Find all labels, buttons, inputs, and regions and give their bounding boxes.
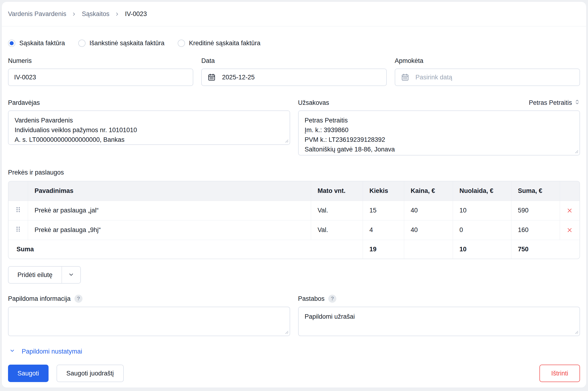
totals-sum: 750: [511, 240, 580, 259]
add-row-button[interactable]: Pridėti eilutę: [8, 267, 62, 283]
notes-row: Papildoma informacija ? Pastabos ? Papil…: [8, 294, 580, 336]
add-row-dropdown-button[interactable]: [62, 267, 80, 283]
radio-unselected-icon: [178, 40, 185, 47]
pardavejas-textarea[interactable]: Vardenis Pavardenis Individualios veiklo…: [8, 110, 290, 145]
pavadinimas-header: Pavadinimas: [28, 181, 311, 201]
apmoketa-label: Apmokėta: [395, 57, 580, 65]
radio-kreditine-saskaita[interactable]: Kreditinė sąskaita faktūra: [178, 40, 260, 47]
item-qty-cell[interactable]: 4: [363, 220, 404, 240]
handle-column-header: [8, 181, 28, 201]
resize-handle-icon[interactable]: [574, 149, 579, 154]
item-price-cell[interactable]: 40: [404, 201, 453, 220]
papildomi-nustatymai-label: Papildomi nustatymai: [22, 348, 82, 355]
chevron-up-down-icon: [574, 99, 580, 106]
item-price-cell[interactable]: 40: [404, 220, 453, 240]
radio-label: Kreditinė sąskaita faktūra: [189, 40, 260, 47]
item-name-cell[interactable]: Prekė ar paslauga „9hj“: [28, 220, 311, 240]
uzsakovas-group: Užsakovas Petras Petraitis Petras Petrai…: [298, 99, 580, 155]
items-section-label: Prekės ir paslaugos: [8, 168, 580, 177]
resize-handle-icon[interactable]: [574, 330, 579, 334]
istrinti-button[interactable]: Ištrinti: [539, 365, 580, 382]
table-header-row: Pavadinimas Mato vnt. Kiekis Kaina, € Nu…: [8, 181, 580, 201]
radio-selected-icon: [8, 40, 15, 47]
calendar-icon: [401, 73, 409, 82]
delete-column-header: [560, 181, 580, 201]
chevron-down-icon: [9, 348, 15, 355]
top-fields-row: Numeris Data Apmokėt: [8, 57, 580, 86]
saugoti-button[interactable]: Saugoti: [8, 365, 49, 382]
form-content: Sąskaita faktūra Išankstinė sąskaita fak…: [2, 40, 586, 382]
calendar-icon: [207, 73, 216, 82]
row-delete-cell: [560, 220, 580, 240]
numeris-label: Numeris: [8, 57, 193, 65]
apmoketa-input-box: [395, 69, 580, 86]
numeris-input-box: [8, 69, 193, 86]
resize-handle-icon[interactable]: [284, 330, 289, 334]
suma-header: Suma, €: [511, 181, 560, 201]
table-row: Prekė ar paslauga „jal“ Val. 15 40 10 59…: [8, 201, 580, 220]
apmoketa-field-group: Apmokėta: [395, 57, 580, 86]
radio-isankstine-saskaita[interactable]: Išankstinė sąskaita faktūra: [78, 40, 164, 47]
chevron-down-icon: [68, 272, 74, 278]
item-discount-cell[interactable]: 0: [453, 220, 511, 240]
chevron-right-icon: [71, 11, 77, 17]
kaina-header: Kaina, €: [404, 181, 453, 201]
item-name-cell[interactable]: Prekė ar paslauga „jal“: [28, 201, 311, 220]
client-selector[interactable]: Petras Petraitis: [529, 99, 580, 106]
totals-price: [404, 240, 453, 259]
item-qty-cell[interactable]: 15: [363, 201, 404, 220]
item-unit-cell[interactable]: Val.: [311, 201, 363, 220]
item-total-cell[interactable]: 160: [511, 220, 560, 240]
actions-row: Saugoti Saugoti juodraštį Ištrinti: [8, 365, 580, 382]
help-icon[interactable]: ?: [75, 295, 83, 303]
item-unit-cell[interactable]: Val.: [311, 220, 363, 240]
data-date-input[interactable]: [222, 74, 380, 81]
pastabos-textarea[interactable]: Papildomi užrašai: [298, 307, 580, 336]
data-label: Data: [201, 57, 386, 65]
resize-handle-icon[interactable]: [284, 139, 289, 143]
delete-row-button[interactable]: [564, 205, 575, 216]
papildoma-informacija-group: Papildoma informacija ?: [8, 294, 290, 336]
breadcrumb: Vardenis Pavardenis Sąskaitos IV-0023: [2, 2, 586, 26]
numeris-field-group: Numeris: [8, 57, 193, 86]
papildoma-informacija-textarea[interactable]: [8, 307, 290, 336]
pardavejas-label: Pardavėjas: [8, 99, 40, 107]
totals-discount: 10: [453, 240, 511, 259]
data-input-box: [201, 69, 386, 86]
radio-unselected-icon: [78, 40, 86, 47]
papildomi-nustatymai-toggle[interactable]: Papildomi nustatymai: [8, 348, 82, 355]
row-drag-handle[interactable]: [8, 201, 28, 220]
row-drag-handle[interactable]: [8, 220, 28, 240]
radio-label: Sąskaita faktūra: [19, 40, 65, 47]
help-icon[interactable]: ?: [328, 295, 336, 303]
numeris-input[interactable]: [14, 74, 187, 81]
delete-row-button[interactable]: [564, 224, 575, 236]
pastabos-label: Pastabos: [298, 295, 325, 303]
chevron-right-icon: [115, 11, 120, 17]
radio-label: Išankstinė sąskaita faktūra: [90, 40, 164, 47]
items-table: Pavadinimas Mato vnt. Kiekis Kaina, € Nu…: [8, 181, 580, 259]
uzsakovas-label: Užsakovas: [298, 99, 329, 107]
radio-saskaita-faktura[interactable]: Sąskaita faktūra: [8, 40, 65, 47]
breadcrumb-user-link[interactable]: Vardenis Pavardenis: [8, 10, 66, 18]
data-field-group: Data: [201, 57, 386, 86]
apmoketa-date-input[interactable]: [415, 74, 574, 81]
client-selector-value: Petras Petraitis: [529, 99, 572, 106]
uzsakovas-textarea[interactable]: Petras Petraitis Įm. k.: 3939860 PVM k.:…: [298, 110, 580, 155]
papildoma-informacija-label: Papildoma informacija: [8, 295, 71, 303]
pastabos-group: Pastabos ? Papildomi užrašai: [298, 294, 580, 336]
table-row: Prekė ar paslauga „9hj“ Val. 4 40 0 160: [8, 220, 580, 240]
breadcrumb-invoices-link[interactable]: Sąskaitos: [82, 10, 109, 18]
item-discount-cell[interactable]: 10: [453, 201, 511, 220]
totals-label: Suma: [8, 240, 363, 259]
item-total-cell[interactable]: 590: [511, 201, 560, 220]
invoice-form-card: Vardenis Pavardenis Sąskaitos IV-0023 Są…: [2, 2, 586, 388]
row-delete-cell: [560, 201, 580, 220]
nuolaida-header: Nuolaida, €: [453, 181, 511, 201]
add-row-split-button: Pridėti eilutę: [8, 266, 81, 284]
saugoti-juodrasti-button[interactable]: Saugoti juodraštį: [57, 365, 124, 382]
kiekis-header: Kiekis: [363, 181, 404, 201]
breadcrumb-current-invoice: IV-0023: [125, 10, 147, 18]
parties-row: Pardavėjas Vardenis Pavardenis Individua…: [8, 99, 580, 155]
totals-qty: 19: [363, 240, 404, 259]
